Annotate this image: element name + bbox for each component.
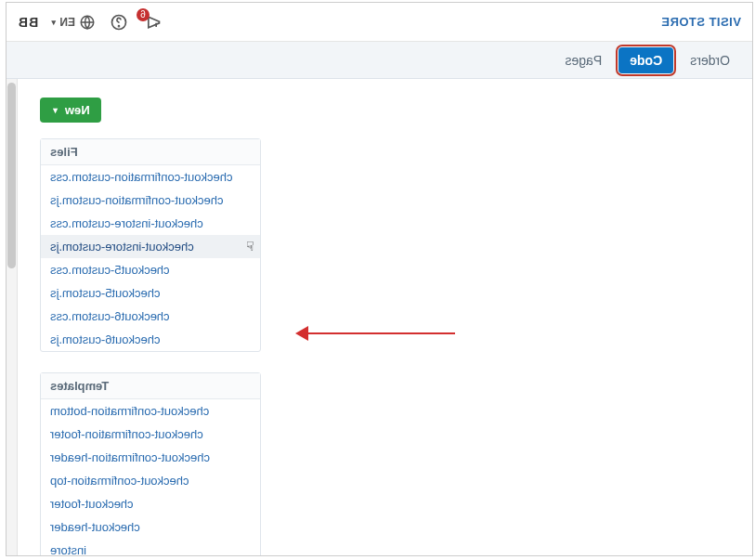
tab-pages[interactable]: Pages: [554, 47, 614, 73]
cursor-hand-icon: ☟: [246, 239, 254, 254]
notification-badge: 6: [137, 8, 150, 21]
avatar[interactable]: BB: [18, 15, 38, 30]
template-item[interactable]: checkout-confirmation-footer: [41, 423, 260, 446]
file-item[interactable]: checkout6-custom.js: [41, 328, 260, 351]
templates-panel: Templates checkout-confirmation-bottomch…: [40, 372, 261, 555]
tab-bar: Orders Code Pages: [7, 42, 752, 79]
tab-code[interactable]: Code: [618, 47, 673, 73]
file-item[interactable]: checkout5-custom.js: [41, 281, 260, 305]
templates-list: checkout-confirmation-bottomcheckout-con…: [41, 399, 260, 555]
announcement-icon[interactable]: 6: [142, 12, 163, 33]
top-header: VISIT STORE 6 EN ▾ BB: [7, 3, 752, 42]
file-item[interactable]: checkout-instore-custom.css: [41, 212, 260, 235]
file-item[interactable]: checkout-confirmation-custom.css: [41, 165, 260, 189]
template-item[interactable]: checkout-footer: [41, 492, 260, 515]
file-item[interactable]: checkout-instore-custom.js☟: [41, 235, 260, 258]
chevron-down-icon: ▾: [51, 18, 56, 27]
globe-icon: [79, 14, 96, 31]
language-label: EN: [59, 16, 75, 29]
template-item[interactable]: checkout-confirmation-top: [41, 469, 260, 492]
templates-panel-title: Templates: [41, 373, 260, 399]
scrollbar[interactable]: [7, 79, 18, 555]
new-button-label: New: [65, 103, 90, 117]
template-item[interactable]: checkout-confirmation-bottom: [41, 399, 260, 423]
files-panel: Files checkout-confirmation-custom.cssch…: [40, 138, 261, 352]
help-icon[interactable]: [109, 12, 129, 33]
visit-store-link[interactable]: VISIT STORE: [661, 15, 741, 29]
file-item[interactable]: checkout6-custom.css: [41, 305, 260, 328]
template-item[interactable]: checkout-confirmation-header: [41, 446, 260, 469]
new-button[interactable]: New ▼: [40, 98, 101, 123]
chevron-down-icon: ▼: [51, 106, 59, 115]
tab-orders[interactable]: Orders: [679, 47, 741, 73]
file-item[interactable]: checkout5-custom.css: [41, 258, 260, 281]
file-item[interactable]: checkout-confirmation-custom.js: [41, 189, 260, 212]
template-item[interactable]: checkout-header: [41, 515, 260, 539]
content-area: New ▼ Files checkout-confirmation-custom…: [7, 79, 752, 555]
svg-point-1: [118, 25, 119, 26]
files-panel-title: Files: [41, 139, 260, 165]
scrollbar-thumb[interactable]: [7, 83, 16, 268]
language-selector[interactable]: EN ▾: [51, 14, 96, 31]
files-list: checkout-confirmation-custom.csscheckout…: [41, 165, 260, 351]
template-item[interactable]: instore: [41, 539, 260, 555]
annotation-arrow: [297, 326, 455, 341]
